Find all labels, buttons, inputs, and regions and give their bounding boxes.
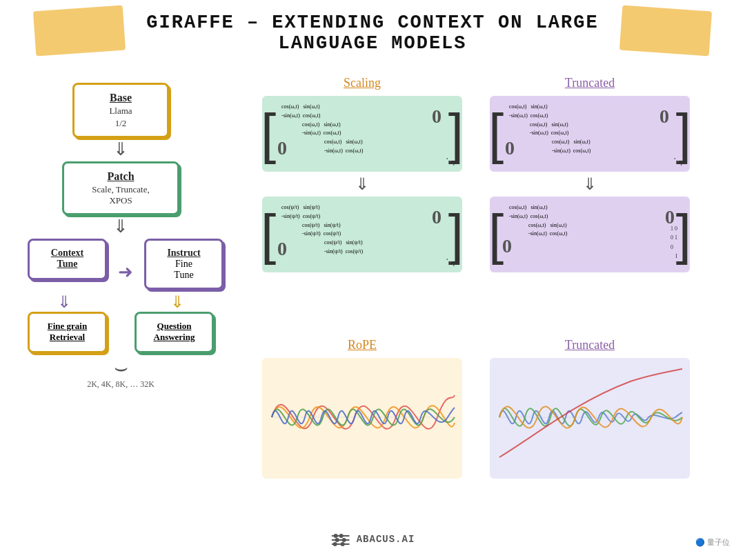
bracket-right-1: ]	[448, 106, 464, 161]
footer: ABACUS.AI	[330, 530, 415, 549]
truncated-section-top: Truncated [ ] cos(ω,t) sin(ω,t) -sin(ω,t…	[490, 76, 690, 272]
arrow-down-left: ⇓	[28, 292, 101, 312]
truncated-chart-box	[490, 358, 690, 479]
retrieval-col: Fine grain Retrieval	[28, 312, 107, 353]
abacus-logo-icon	[330, 530, 351, 549]
page-title: GIRAFFE – EXTENDING CONTEXT ON LARGE LAN…	[146, 12, 598, 54]
question-answering-box: Question Answering	[135, 312, 214, 353]
arrow-down-1: ⇓	[28, 141, 214, 159]
qa-col: Question Answering	[135, 312, 214, 353]
base-box-wrapper: Base Llama 1/2	[28, 83, 214, 138]
patch-box: Patch Scale, Truncate, XPOS	[62, 161, 179, 215]
rope-chart-box	[262, 358, 462, 479]
svg-point-7	[334, 534, 338, 538]
bottom-boxes-row: Fine grain Retrieval Question Answering	[28, 312, 214, 353]
bracket-left-2: [	[261, 207, 276, 262]
patch-box-wrapper: Patch Scale, Truncate, XPOS	[28, 161, 214, 215]
rope-chart-svg	[265, 361, 459, 473]
arrow-down-right: ⇓	[141, 292, 214, 312]
dbl-arrow-trunc: ⇓	[490, 174, 690, 194]
bracket-left-4: [	[488, 207, 504, 262]
rope-chart-section: RoPE	[262, 338, 462, 479]
bracket-left-3: [	[488, 106, 504, 161]
scaling-matrix-top: [ ] cos(ω,t) sin(ω,t) -sin(ω,t) cos(ω,t)…	[262, 96, 462, 172]
svg-point-11	[333, 542, 337, 546]
context-tune-box: Context Tune	[28, 239, 107, 280]
dbl-arrow-scale: ⇓	[262, 174, 462, 194]
double-arrow-row: ⇓ ⇓	[28, 292, 214, 312]
dots-3: ⋱	[673, 156, 683, 168]
scaling-section: Scaling [ ] cos(ω,t) sin(ω,t) -sin(ω,t) …	[262, 76, 462, 272]
brace-scale-label: 2K, 4K, 8K, … 32K	[28, 379, 214, 390]
bracket-right-2: ]	[448, 207, 464, 262]
svg-rect-5	[332, 539, 350, 541]
svg-point-10	[342, 538, 346, 542]
arrow-right-1: ➜	[118, 261, 133, 283]
zero-tr-2: 0	[432, 206, 441, 228]
bracket-right-3: ]	[676, 106, 691, 161]
scaling-matrix-bottom: [ ] cos(ψ/t) sin(ψ/t) -sin(ψ/t) cos(ψ/t)…	[262, 197, 462, 272]
zero-bl-4: 0	[502, 235, 512, 257]
dots-2: ⋱	[446, 257, 455, 268]
truncated-matrix-top: [ ] cos(ω,t) sin(ω,t) -sin(ω,t) cos(ω,t)…	[490, 96, 690, 172]
arrow-down-2: ⇓	[28, 218, 214, 236]
bracket-left-1: [	[261, 106, 276, 161]
dots-1: ⋱	[446, 156, 455, 168]
context-col: Context Tune	[28, 239, 107, 280]
fine-grain-retrieval-box: Fine grain Retrieval	[28, 312, 107, 353]
brace-symbol: ⌣	[28, 359, 214, 377]
watermark: 🔵 量子位	[695, 537, 730, 548]
bracket-right-4: ]	[676, 207, 691, 262]
zero-tr-1: 0	[432, 106, 441, 128]
truncated-chart-section: Truncated	[490, 338, 690, 479]
svg-point-9	[335, 538, 339, 542]
base-box: Base Llama 1/2	[72, 83, 169, 138]
zero-tr-3: 0	[659, 106, 669, 128]
instruct-col: Instruct Fine Tune	[144, 239, 223, 290]
truncated-chart-svg	[493, 361, 687, 473]
flow-diagram: Base Llama 1/2 ⇓ Patch Scale, Truncate, …	[28, 83, 214, 390]
svg-point-8	[339, 534, 344, 538]
zero-bl-2: 0	[277, 238, 287, 260]
instruct-fine-tune-box: Instruct Fine Tune	[144, 239, 223, 290]
split-row: Context Tune ➜ Instruct Fine Tune	[28, 239, 214, 290]
identity-block: 1 0 0 1 0 I	[670, 225, 677, 261]
zero-bl-3: 0	[505, 137, 515, 159]
svg-point-12	[341, 542, 345, 546]
zero-bl-1: 0	[277, 137, 287, 159]
truncated-matrix-bottom: [ ] cos(ω,t) sin(ω,t) -sin(ω,t) cos(ω,t)…	[490, 197, 690, 272]
